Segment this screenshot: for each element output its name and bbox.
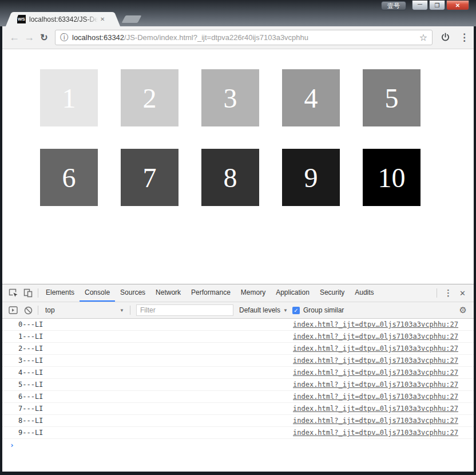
list-item: 6 [40, 149, 98, 206]
devtools-tab-network[interactable]: Network [150, 284, 186, 302]
console-message: 6---LI [18, 393, 43, 401]
console-source-link[interactable]: index.html?_ijt=dtpv…0ljs7103a3vcphhu:27 [293, 405, 458, 413]
devtools-tab-bar: Elements Console Sources Network Perform… [2, 284, 474, 302]
tab-title: localhost:63342/JS-De [29, 15, 98, 23]
list-item: 8 [201, 149, 259, 206]
divider [130, 306, 130, 315]
title-bar: 壹号 — ❐ ✕ WS localhost:63342/JS-De ✕ [0, 0, 476, 26]
divider [38, 288, 38, 298]
device-toolbar-icon[interactable] [21, 286, 35, 300]
group-similar-checkbox[interactable]: ✓ [292, 307, 300, 314]
tab-close-icon[interactable]: ✕ [100, 16, 105, 22]
console-source-link[interactable]: index.html?_ijt=dtpv…0ljs7103a3vcphhu:27 [293, 320, 458, 328]
context-value: top [45, 306, 55, 314]
devtools-panel: Elements Console Sources Network Perform… [2, 284, 474, 472]
devtools-tab-console[interactable]: Console [80, 284, 115, 302]
console-log-row: 0---LI index.html?_ijt=dtpv…0ljs7103a3vc… [2, 319, 474, 331]
console-log-row: 4---LI index.html?_ijt=dtpv…0ljs7103a3vc… [2, 367, 474, 379]
console-message: 1---LI [18, 332, 43, 341]
browser-tab[interactable]: WS localhost:63342/JS-De ✕ [13, 12, 113, 26]
console-toolbar: top ▼ Default levels ▼ ✓ Group similar ⚙ [2, 302, 474, 319]
gear-icon[interactable]: ⚙ [459, 305, 470, 315]
console-source-link[interactable]: index.html?_ijt=dtpv…0ljs7103a3vcphhu:27 [293, 332, 458, 341]
chevron-down-icon: ▼ [283, 308, 288, 313]
maximize-icon: ❐ [435, 2, 440, 9]
console-message: 5---LI [18, 381, 43, 389]
console-messages: 0---LI index.html?_ijt=dtpv…0ljs7103a3vc… [2, 319, 474, 472]
console-source-link[interactable]: index.html?_ijt=dtpv…0ljs7103a3vcphhu:27 [293, 357, 458, 365]
list-item: 4 [282, 69, 340, 126]
list-item: 9 [282, 149, 340, 206]
webstorm-favicon: WS [17, 15, 26, 23]
console-message: 7---LI [18, 405, 43, 413]
power-extension-icon[interactable] [441, 33, 450, 42]
devtools-close-icon[interactable]: ✕ [457, 289, 470, 298]
console-log-row: 3---LI index.html?_ijt=dtpv…0ljs7103a3vc… [2, 355, 474, 367]
url-text[interactable]: localhost:63342/JS-Demo/index.html?_ijt=… [72, 33, 416, 42]
group-similar-label: Group similar [303, 306, 344, 314]
minimize-icon: — [418, 1, 422, 6]
page-content: 1 2 3 4 5 6 7 8 9 10 [2, 49, 474, 284]
console-message: 3---LI [18, 357, 43, 365]
clear-console-icon[interactable] [21, 303, 35, 317]
list-item: 10 [363, 149, 421, 206]
devtools-tab-performance[interactable]: Performance [186, 284, 236, 302]
url-host: localhost:63342 [72, 33, 124, 42]
page-info-icon[interactable]: ⓘ [60, 33, 68, 43]
window-controls: 壹号 — ❐ ✕ [381, 1, 469, 10]
execution-context-select[interactable]: top ▼ [41, 304, 128, 316]
console-source-link[interactable]: index.html?_ijt=dtpv…0ljs7103a3vcphhu:27 [293, 429, 458, 437]
devtools-tab-application[interactable]: Application [271, 284, 315, 302]
list-item: 1 [40, 69, 98, 126]
browser-window: 壹号 — ❐ ✕ WS localhost:63342/JS-De ✕ ← → … [0, 0, 476, 475]
console-source-link[interactable]: index.html?_ijt=dtpv…0ljs7103a3vcphhu:27 [293, 369, 458, 377]
divider [38, 306, 38, 315]
reload-icon[interactable]: ↻ [37, 32, 51, 43]
maximize-button[interactable]: ❐ [429, 1, 445, 10]
devtools-tab-memory[interactable]: Memory [236, 284, 271, 302]
console-message: 2---LI [18, 345, 43, 353]
close-icon: ✕ [455, 2, 460, 9]
forward-icon[interactable]: → [22, 31, 37, 43]
console-message: 8---LI [18, 417, 43, 425]
console-source-link[interactable]: index.html?_ijt=dtpv…0ljs7103a3vcphhu:27 [293, 381, 458, 389]
close-window-button[interactable]: ✕ [446, 1, 469, 10]
address-bar[interactable]: ⓘ localhost:63342/JS-Demo/index.html?_ij… [55, 30, 433, 45]
console-prompt[interactable]: › [2, 439, 474, 451]
devtools-tab-security[interactable]: Security [315, 284, 350, 302]
list-item: 7 [121, 149, 178, 206]
minimize-button[interactable]: — [412, 1, 428, 10]
console-message: 9---LI [18, 429, 43, 437]
squares-row-1: 1 2 3 4 5 [2, 69, 474, 126]
back-icon[interactable]: ← [7, 31, 22, 43]
devtools-menu-icon[interactable]: ⋮ [439, 288, 457, 298]
chrome-menu-icon[interactable]: ⋮ [459, 31, 469, 43]
inspect-element-icon[interactable] [6, 286, 21, 300]
bookmark-star-icon[interactable]: ☆ [419, 32, 427, 43]
console-filter-input[interactable] [136, 304, 233, 316]
levels-value: Default levels [239, 306, 280, 314]
account-button[interactable]: 壹号 [381, 1, 406, 10]
console-log-row: 8---LI index.html?_ijt=dtpv…0ljs7103a3vc… [2, 415, 474, 427]
console-log-row: 5---LI index.html?_ijt=dtpv…0ljs7103a3vc… [2, 379, 474, 391]
chevron-down-icon: ▼ [120, 308, 124, 313]
console-log-row: 6---LI index.html?_ijt=dtpv…0ljs7103a3vc… [2, 391, 474, 403]
console-log-row: 7---LI index.html?_ijt=dtpv…0ljs7103a3vc… [2, 403, 474, 415]
console-log-row: 9---LI index.html?_ijt=dtpv…0ljs7103a3vc… [2, 427, 474, 439]
console-source-link[interactable]: index.html?_ijt=dtpv…0ljs7103a3vcphhu:27 [293, 345, 458, 353]
console-source-link[interactable]: index.html?_ijt=dtpv…0ljs7103a3vcphhu:27 [293, 393, 458, 401]
divider [437, 288, 437, 298]
url-path: /JS-Demo/index.html?_ijt=dtpva226r40ijs7… [124, 33, 308, 42]
group-similar-option[interactable]: ✓ Group similar [292, 306, 344, 314]
devtools-tab-elements[interactable]: Elements [41, 284, 80, 302]
console-message: 4---LI [18, 369, 43, 377]
console-source-link[interactable]: index.html?_ijt=dtpv…0ljs7103a3vcphhu:27 [293, 417, 458, 425]
console-log-row: 2---LI index.html?_ijt=dtpv…0ljs7103a3vc… [2, 343, 474, 355]
devtools-tab-sources[interactable]: Sources [115, 284, 150, 302]
log-levels-select[interactable]: Default levels ▼ [239, 306, 288, 314]
new-tab-button[interactable] [122, 15, 142, 23]
prompt-chevron-icon: › [10, 441, 14, 449]
console-sidebar-toggle-icon[interactable] [6, 303, 21, 317]
devtools-tab-audits[interactable]: Audits [350, 284, 379, 302]
list-item: 3 [201, 69, 259, 126]
